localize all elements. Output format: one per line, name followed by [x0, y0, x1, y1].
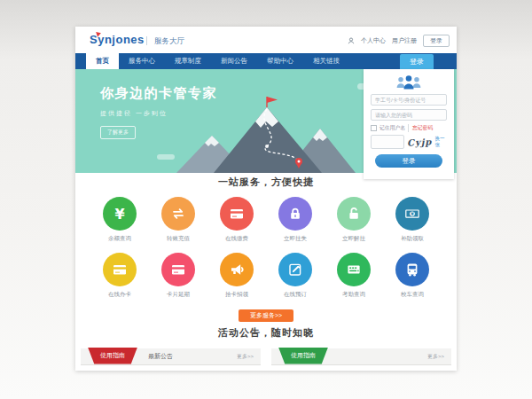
- more-link[interactable]: 更多>>: [427, 353, 444, 361]
- service-subsidy-collect[interactable]: ¥ 补助领取: [383, 197, 442, 243]
- cloud-icon: [157, 154, 175, 160]
- username-input[interactable]: [371, 94, 447, 106]
- remember-label: 记住用户名: [379, 124, 405, 132]
- service-attendance-inquiry[interactable]: 考勤查询: [325, 253, 383, 299]
- page: Synjones 服务大厅 个人中心 用户注册 登录 首页 服务中心 规章制度 …: [75, 27, 457, 371]
- bank-card-icon: [103, 253, 137, 286]
- tab-latest-announcements[interactable]: 最新公告: [148, 352, 173, 361]
- lock-icon: [278, 197, 312, 231]
- remember-checkbox[interactable]: [371, 125, 377, 131]
- bus-icon: [395, 253, 429, 286]
- services-row-2: 在线办卡 卡片延期 拾卡招领 在线预订: [75, 253, 457, 299]
- login-submit-button[interactable]: 登录: [375, 154, 442, 168]
- users-group-icon: [394, 74, 424, 90]
- user-register-link[interactable]: 用户注册: [392, 36, 417, 45]
- captcha-input[interactable]: [371, 135, 404, 149]
- service-transfer-recharge[interactable]: 转账充值: [149, 197, 207, 243]
- svg-text:¥: ¥: [411, 211, 414, 216]
- service-balance-inquiry[interactable]: ¥ 余额查询: [90, 197, 149, 243]
- services-row-1: ¥ 余额查询 转账充值 在线缴费 立即挂失: [75, 197, 457, 243]
- service-found-cards[interactable]: 拾卡招领: [207, 253, 266, 299]
- nav-item-help-center[interactable]: 帮助中心: [257, 53, 303, 69]
- transfer-arrows-icon: [161, 197, 195, 231]
- service-apply-card[interactable]: 在线办卡: [90, 253, 149, 299]
- main-nav: 首页 服务中心 规章制度 新闻公告 帮助中心 相关链接 登录: [75, 53, 457, 69]
- password-input[interactable]: [371, 109, 447, 121]
- nav-item-rules[interactable]: 规章制度: [165, 53, 211, 69]
- yen-icon: ¥: [103, 197, 137, 231]
- login-panel-tab[interactable]: 登录: [400, 54, 434, 69]
- announcements-section: 活动公告，随时知晓 使用指南 最新公告 更多>> 使用指南 更多>>: [75, 326, 457, 365]
- services-section: 一站服务，方便快捷 ¥ 余额查询 转账充值 在线缴费: [75, 176, 457, 322]
- login-panel: 记住用户名 忘记密码 Cyjp 换一张 登录: [364, 69, 454, 179]
- service-cancel-loss[interactable]: 立即解挂: [325, 197, 383, 243]
- announcements-panel-right: 使用指南 更多>>: [271, 348, 451, 365]
- megaphone-icon: [220, 253, 254, 286]
- banknote-icon: ¥: [395, 197, 429, 231]
- tab-usage-guide[interactable]: 使用指南: [88, 348, 137, 364]
- forgot-password-link[interactable]: 忘记密码: [408, 124, 433, 132]
- service-card-extension[interactable]: 卡片延期: [149, 253, 207, 299]
- site-name: 服务大厅: [146, 36, 184, 45]
- edit-pen-icon: [278, 253, 312, 286]
- captcha-image: Cyjp: [407, 137, 433, 147]
- nav-item-news[interactable]: 新闻公告: [211, 53, 257, 69]
- hero-cta-button[interactable]: 了解更多: [100, 126, 136, 139]
- service-online-payment[interactable]: 在线缴费: [207, 197, 266, 243]
- nav-item-home[interactable]: 首页: [86, 53, 119, 69]
- mountain-illustration: [175, 95, 363, 173]
- header-login-button[interactable]: 登录: [423, 35, 450, 47]
- more-link[interactable]: 更多>>: [237, 353, 254, 361]
- service-online-booking[interactable]: 在线预订: [266, 253, 325, 299]
- attendance-card-icon: [337, 253, 371, 286]
- bank-card-icon: [161, 253, 195, 286]
- person-icon: [348, 37, 355, 44]
- service-school-bus-inquiry[interactable]: 校车查询: [383, 253, 442, 299]
- announcements-panel-left: 使用指南 最新公告 更多>>: [81, 348, 261, 365]
- captcha-refresh-link[interactable]: 换一张: [434, 136, 447, 148]
- tab-usage-guide[interactable]: 使用指南: [278, 348, 328, 364]
- nav-item-links[interactable]: 相关链接: [303, 53, 349, 69]
- nav-item-service-center[interactable]: 服务中心: [119, 53, 165, 69]
- announcements-title: 活动公告，随时知晓: [75, 326, 457, 340]
- more-services-button[interactable]: 更多服务>>: [239, 309, 293, 322]
- service-report-loss[interactable]: 立即挂失: [266, 197, 325, 243]
- lock-open-icon: [337, 197, 371, 231]
- site-header: Synjones 服务大厅 个人中心 用户注册 登录: [75, 27, 457, 53]
- personal-center-link[interactable]: 个人中心: [361, 36, 386, 45]
- bank-card-icon: [220, 197, 254, 231]
